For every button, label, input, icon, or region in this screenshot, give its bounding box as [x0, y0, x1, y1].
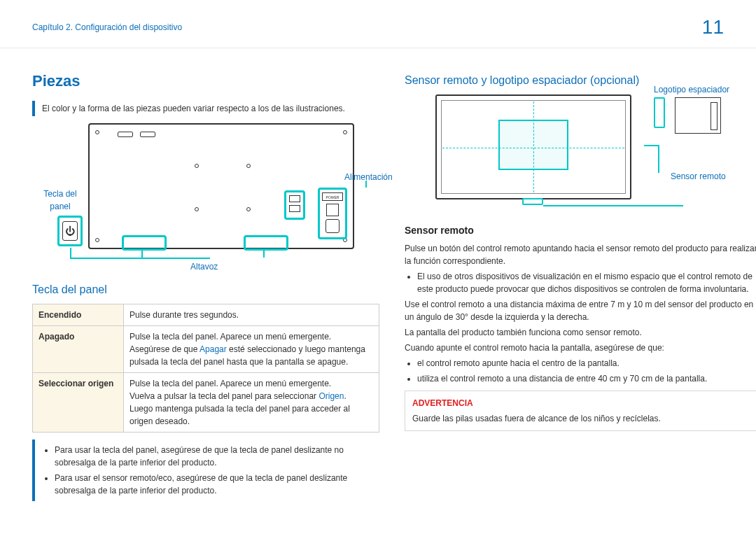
callout-panel-key: Tecla del panel [39, 188, 81, 213]
list-item: El uso de otros dispositivos de visualiz… [417, 270, 756, 295]
paragraph: Use el control remoto a una distancia má… [405, 298, 756, 323]
row-header: Apagado [33, 326, 124, 373]
row-header: Seleccionar origen [33, 373, 124, 433]
paragraph: La pantalla del producto también funcion… [405, 326, 756, 339]
panel-key-icon-box: ⏻ [57, 216, 83, 246]
note-top-text: El color y la forma de las piezas pueden… [42, 104, 345, 113]
cell-line: Pulse la tecla del panel. Aparece un men… [130, 330, 373, 343]
table-row: Apagado Pulse la tecla del panel. Aparec… [33, 326, 379, 373]
subheading-remote-sensor: Sensor remoto [405, 223, 756, 238]
callout-speaker: Altavoz [190, 260, 218, 273]
front-sensor-diagram: Logotipo espaciador Sensor remoto [435, 94, 756, 213]
page-number: 11 [702, 13, 724, 42]
note-bottom-item: Para usar el sensor remoto/eco, asegúres… [55, 472, 379, 497]
section-title-piezas: Piezas [32, 69, 379, 92]
right-column: Sensor remoto y logotipo espaciador (opc… [405, 69, 756, 508]
chapter-label: Capítulo 2. Configuración del dispositiv… [32, 21, 182, 34]
paragraph: Pulse un botón del control remoto apunta… [405, 242, 756, 267]
list-item: utiliza el control remoto a una distanci… [417, 372, 756, 385]
note-bottom-item: Para usar la tecla del panel, asegúrese … [55, 444, 379, 469]
cell-line: Luego mantenga pulsada la tecla del pane… [130, 402, 373, 428]
row-cell: Pulse la tecla del panel. Aparece un men… [124, 373, 379, 433]
warning-box: ADVERTENCIA Guarde las pilas usadas fuer… [405, 391, 756, 431]
remote-sensor-chip [522, 198, 543, 205]
cell-line: Asegúrese de que Apagar esté seleccionad… [130, 343, 373, 368]
rear-panel-diagram: POWER ⏻ Tecla del panel Altavoz Alimenta… [57, 123, 379, 270]
row-header: Encendido [33, 304, 124, 326]
list-item: el control remoto apunte hacia el centro… [417, 357, 756, 370]
note-bottom: Para usar la tecla del panel, asegúrese … [32, 440, 379, 501]
note-top: El color y la forma de las piezas pueden… [32, 101, 379, 116]
cell-line: Pulse la tecla del panel. Aparece un men… [130, 377, 373, 390]
keyword-apagar: Apagar [200, 344, 227, 354]
tv-back-outline: POWER [88, 123, 354, 249]
page-content: Piezas El color y la forma de las piezas… [0, 48, 756, 522]
callout-power: Alimentación [344, 171, 393, 183]
callout-remote-sensor: Sensor remoto [671, 170, 726, 183]
panel-key-table: Encendido Pulse durante tres segundos. A… [32, 304, 379, 433]
warning-text: Guarde las pilas usadas fuera de alcance… [412, 412, 750, 425]
left-column: Piezas El color y la forma de las piezas… [32, 69, 379, 508]
keyword-origen: Origen [318, 391, 344, 401]
callout-logo-spacer: Logotipo espaciador [654, 83, 729, 96]
sensor-target-zone [498, 120, 568, 170]
table-row: Encendido Pulse durante tres segundos. [33, 304, 379, 326]
tv-front-outline [435, 94, 631, 199]
row-cell: Pulse durante tres segundos. [124, 304, 379, 326]
warning-label: ADVERTENCIA [412, 397, 750, 409]
cell-line: Vuelva a pulsar la tecla del panel para … [130, 390, 373, 402]
subheading-panel-key: Tecla del panel [32, 281, 379, 298]
page-header: Capítulo 2. Configuración del dispositiv… [0, 0, 756, 48]
logo-spacer-pair [654, 97, 738, 143]
power-icon: ⏻ [62, 221, 78, 241]
table-row: Seleccionar origen Pulse la tecla del pa… [33, 373, 379, 433]
row-cell: Pulse la tecla del panel. Aparece un men… [124, 326, 379, 373]
paragraph: Cuando apunte el control remoto hacia la… [405, 342, 756, 354]
